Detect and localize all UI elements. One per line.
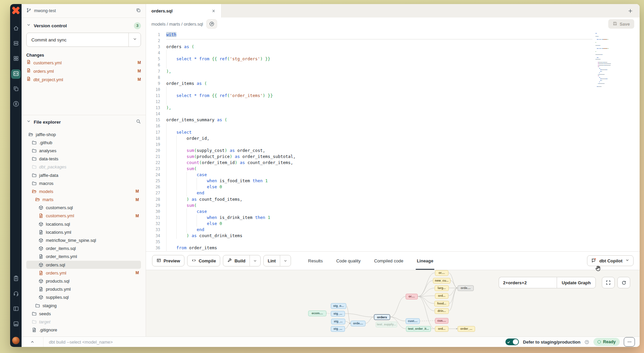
tab-orders-sql[interactable]: orders.sql [146, 4, 222, 18]
tree-item[interactable]: seeds [26, 310, 141, 318]
lineage-node[interactable]: order_... [458, 326, 475, 332]
help-icon[interactable] [584, 340, 589, 345]
rail-notes-button[interactable] [11, 274, 21, 284]
close-icon[interactable] [211, 9, 216, 13]
avatar[interactable] [12, 337, 20, 344]
save-button[interactable]: Save [608, 19, 634, 29]
rail-storage-button[interactable] [11, 320, 21, 329]
code-editor[interactable]: 1with23orders as (45 select * from {{ re… [146, 30, 640, 251]
lineage-node[interactable]: new_cu... [433, 278, 450, 284]
lineage-node[interactable]: orde.... [458, 285, 474, 291]
tree-item[interactable]: order_items.yml [26, 253, 141, 261]
rail-docs-button[interactable] [11, 304, 21, 314]
lineage-node[interactable]: ord... [435, 326, 448, 332]
compile-button[interactable]: Compile [187, 255, 220, 266]
changed-file-item[interactable]: orders.ymlM [26, 68, 141, 74]
tree-item[interactable]: supplies.sql [26, 293, 141, 301]
tab-results[interactable]: Results [307, 252, 324, 270]
expand-command-bar-button[interactable] [22, 337, 43, 347]
lineage-node[interactable]: stg_o... [331, 303, 346, 309]
tree-item[interactable]: martsM [26, 196, 141, 204]
rail-support-button[interactable] [11, 289, 21, 299]
results-tabs: ResultsCode qualityCompiled codeLineage [307, 252, 434, 270]
copy-icon[interactable] [136, 8, 141, 14]
tab-code-quality[interactable]: Code quality [335, 252, 361, 270]
search-icon[interactable] [136, 119, 141, 125]
tree-item[interactable]: orders.ymlM [26, 269, 141, 277]
lineage-node[interactable]: stg_... [331, 326, 345, 332]
tree-item[interactable]: locations.sql [26, 220, 141, 228]
lineage-node[interactable]: ord... [435, 293, 448, 299]
lineage-node[interactable]: test_supply... [376, 322, 397, 327]
lineage-node[interactable]: cus.... [435, 318, 448, 324]
lineage-node[interactable]: or.... [435, 270, 448, 276]
rail-develop-button[interactable] [11, 69, 21, 79]
new-tab-button[interactable] [628, 4, 633, 18]
rail-home-button[interactable] [11, 24, 21, 33]
changed-file-item[interactable]: dbt_project.ymlM [26, 76, 141, 83]
overflow-menu-button[interactable] [624, 337, 635, 347]
rail-explore-button[interactable] [11, 100, 21, 109]
rail-deploy-button[interactable] [11, 39, 21, 49]
lineage-node[interactable]: larg... [435, 285, 449, 291]
tab-compiled-code[interactable]: Compiled code [373, 252, 404, 270]
tab-lineage[interactable]: Lineage [416, 252, 434, 270]
view-lineage-button[interactable] [206, 19, 217, 29]
tree-item[interactable]: dbt_packages [26, 163, 141, 171]
tree-item[interactable]: products.sql [26, 277, 141, 285]
lineage-node[interactable]: cust.... [406, 318, 420, 324]
chevron-down-icon[interactable] [26, 119, 31, 125]
tree-item[interactable]: orders.sql [26, 261, 141, 269]
tree-item[interactable]: customers.sql [26, 204, 141, 212]
defer-toggle[interactable] [505, 339, 519, 345]
tree-item[interactable]: products.yml [26, 285, 141, 293]
tree-item[interactable]: macros [26, 179, 141, 187]
button-label: Build [234, 258, 245, 263]
tree-item[interactable]: .github [26, 138, 141, 147]
tree-item[interactable]: modelsM [26, 187, 141, 195]
tree-item[interactable]: jaffle-shop [26, 130, 141, 138]
line-number: 33 [146, 227, 166, 233]
lineage-node[interactable]: stg_... [331, 319, 345, 324]
preview-button[interactable]: Preview [152, 255, 184, 266]
lineage-node[interactable]: test_order_it... [406, 326, 431, 332]
tree-item[interactable]: target [26, 318, 141, 326]
lineage-selector-input[interactable] [499, 277, 557, 288]
lineage-node[interactable]: stg_... [331, 311, 345, 317]
lint-button[interactable]: Lint [263, 255, 291, 266]
fullscreen-button[interactable] [602, 277, 615, 288]
rail-grid-button[interactable] [11, 54, 21, 64]
file-icon [38, 254, 43, 259]
branch-name[interactable]: mwong-test [34, 8, 136, 13]
command-input[interactable]: dbt build --select <model_name> [43, 340, 505, 345]
refresh-button[interactable] [617, 277, 630, 288]
options-caret[interactable] [280, 255, 291, 266]
tree-item[interactable]: locations.yml [26, 228, 141, 236]
tree-item[interactable]: .gitignore [26, 326, 141, 334]
tree-item[interactable]: analyses [26, 147, 141, 155]
tree-item[interactable]: customers.ymlM [26, 212, 141, 220]
lineage-node[interactable]: or.... [406, 294, 418, 299]
lineage-node[interactable]: food... [434, 301, 449, 307]
tree-item[interactable]: staging [26, 301, 141, 310]
changed-file-item[interactable]: customers.ymlM [26, 59, 141, 66]
editor-minimap[interactable] [595, 33, 617, 89]
file-icon [26, 68, 31, 74]
commit-and-sync-button[interactable]: Commit and sync [26, 33, 141, 47]
dbt-logo-icon[interactable] [12, 6, 20, 14]
rail-projects-button[interactable] [11, 85, 21, 94]
lineage-node[interactable]: orders [374, 314, 390, 320]
chevron-down-icon[interactable] [26, 23, 31, 29]
tree-item[interactable]: data-tests [26, 155, 141, 163]
build-button[interactable]: Build [223, 255, 261, 266]
update-graph-button[interactable]: Update Graph [557, 277, 596, 288]
tree-item[interactable]: order_items.sql [26, 245, 141, 253]
lineage-node[interactable]: orde.... [351, 321, 365, 326]
lineage-node[interactable]: drin... [435, 308, 449, 314]
tree-item[interactable]: metricflow_time_spine.sql [26, 236, 141, 244]
tree-item[interactable]: jaffle-data [26, 171, 141, 179]
options-caret[interactable] [250, 255, 260, 266]
lineage-node[interactable]: ecom.... [308, 311, 326, 316]
commit-options-caret[interactable] [128, 33, 141, 46]
dbt-copilot-button[interactable]: dbt Copilot [587, 255, 634, 266]
